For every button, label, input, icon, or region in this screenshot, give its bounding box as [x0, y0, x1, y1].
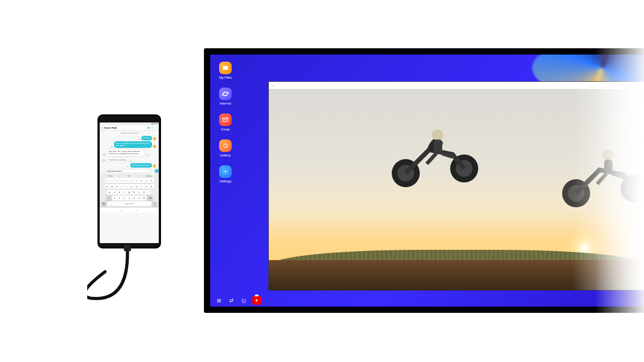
key[interactable]: 2: [110, 178, 114, 183]
app-email[interactable]: Email: [216, 114, 234, 131]
key[interactable]: t: [125, 184, 129, 189]
taskbar-back-icon[interactable]: ◱: [240, 296, 248, 304]
suggestion[interactable]: the: [120, 175, 139, 177]
key[interactable]: 6: [130, 178, 134, 183]
app-internet[interactable]: Internet: [216, 88, 234, 105]
video-fade-overlay: [572, 89, 644, 290]
key[interactable]: z: [112, 195, 117, 201]
key[interactable]: r: [120, 184, 124, 189]
keyboard-row: 1234567890: [101, 178, 158, 183]
taskbar-apps-icon[interactable]: ⊞: [215, 296, 223, 304]
emoji-icon[interactable]: ☺: [148, 170, 150, 173]
key[interactable]: j: [137, 189, 141, 195]
key[interactable]: 1: [105, 178, 110, 183]
key[interactable]: c: [122, 195, 127, 201]
key[interactable]: 3: [115, 178, 119, 183]
svg-rect-10: [434, 139, 442, 153]
key[interactable]: ,: [107, 201, 112, 206]
nav-back-icon[interactable]: ↩: [136, 209, 137, 212]
key[interactable]: k: [142, 189, 146, 195]
message-bubble[interactable]: maybe next monday: [106, 157, 128, 163]
key[interactable]: 7: [135, 178, 139, 183]
message-bubble[interactable]: Ok that sounds great!: [130, 163, 152, 168]
contact-name: Kevin Park: [104, 126, 145, 129]
keyboard-row: asdfghjkl: [101, 189, 158, 195]
send-button[interactable]: ➤: [155, 169, 159, 173]
svg-rect-0: [124, 245, 131, 251]
key[interactable]: .: [147, 201, 151, 206]
key[interactable]: 9: [144, 178, 149, 183]
key[interactable]: n: [137, 195, 141, 201]
motocross-rider-1: [382, 117, 485, 192]
suggestion[interactable]: hearing: [139, 175, 158, 177]
key[interactable]: h: [132, 189, 136, 195]
app-gallery[interactable]: Gallery: [216, 139, 234, 157]
shift-key[interactable]: ⇧: [106, 195, 112, 201]
app-label: Settings: [219, 179, 231, 183]
app-label: Gallery: [220, 153, 231, 157]
nav-recent-icon[interactable]: ⎌: [106, 209, 108, 212]
message-row: Hey man. Yes I have, they confirmed that…: [100, 148, 159, 157]
app-settings[interactable]: Settings: [216, 165, 234, 183]
app-label: My Files: [219, 76, 232, 80]
message-row: maybe next monday 11:41: [100, 157, 159, 163]
window-back-icon[interactable]: ←: [271, 83, 275, 88]
key[interactable]: y: [130, 184, 134, 189]
nav-home-icon[interactable]: ◻: [121, 209, 123, 212]
taskbar-youtube-icon[interactable]: [252, 296, 261, 305]
gear-icon: [219, 165, 232, 178]
avatar: [102, 159, 106, 162]
key[interactable]: b: [132, 195, 136, 201]
phone-device: ▲ ▮ 12:45 ❮ Kevin Park ☎ ⚲ ⋮ Friday, Jun…: [98, 115, 160, 248]
message-row: 11:30 Hi Kevin: [100, 135, 159, 141]
nav-keyboard-down-icon[interactable]: ⌄: [150, 209, 152, 212]
key[interactable]: g: [127, 189, 131, 195]
keyboard-suggestions: seeing the hearing: [101, 175, 158, 178]
key[interactable]: x: [117, 195, 122, 201]
message-bubble[interactable]: Hey man. Yes I have, they confirmed that…: [106, 149, 144, 156]
backspace-key[interactable]: ⌫: [147, 195, 153, 201]
video-window[interactable]: ←: [268, 81, 644, 290]
key[interactable]: q: [105, 184, 110, 189]
symbols-key[interactable]: !#1: [101, 201, 107, 206]
message-time: 11:31: [110, 146, 113, 148]
taskbar-recents-icon[interactable]: ⇄: [227, 296, 235, 304]
svg-point-9: [432, 129, 443, 140]
key[interactable]: e: [115, 184, 119, 189]
key[interactable]: f: [122, 189, 127, 195]
key[interactable]: 5: [125, 178, 129, 183]
app-my-files[interactable]: My Files: [216, 62, 234, 80]
key[interactable]: 0: [149, 178, 154, 183]
key[interactable]: s: [112, 189, 117, 195]
key[interactable]: 8: [140, 178, 144, 183]
key[interactable]: v: [127, 195, 131, 201]
dex-desktop[interactable]: My Files Internet Email Gallery Settings: [210, 55, 644, 307]
envelope-icon: [219, 114, 232, 126]
key[interactable]: 4: [120, 178, 124, 183]
more-icon[interactable]: ⋮: [155, 126, 157, 129]
compose-input[interactable]: [106, 169, 148, 173]
key[interactable]: u: [135, 184, 139, 189]
key[interactable]: p: [149, 184, 154, 189]
key[interactable]: i: [140, 184, 144, 189]
key[interactable]: d: [117, 189, 122, 195]
key[interactable]: m: [142, 195, 146, 201]
search-icon[interactable]: ⚲: [152, 126, 153, 129]
keyboard-row: !#1,English (US).↵: [101, 201, 158, 206]
enter-key[interactable]: ↵: [152, 201, 158, 206]
status-battery-icon: ▮: [153, 123, 153, 125]
call-icon[interactable]: ☎: [147, 126, 150, 129]
message-bubble[interactable]: Have you talked to your marketing team l…: [114, 141, 152, 148]
suggestion[interactable]: seeing: [101, 175, 120, 177]
key[interactable]: a: [107, 189, 112, 195]
external-monitor: My Files Internet Email Gallery Settings: [204, 48, 644, 313]
attach-icon[interactable]: +: [103, 170, 105, 173]
message-bubble[interactable]: Hi Kevin: [141, 136, 152, 140]
space-key[interactable]: English (US): [112, 201, 146, 206]
window-titlebar[interactable]: ←: [269, 82, 644, 89]
back-icon[interactable]: ❮: [101, 126, 103, 129]
video-content[interactable]: [269, 89, 644, 290]
key[interactable]: o: [144, 184, 149, 189]
key[interactable]: l: [147, 189, 151, 195]
key[interactable]: w: [110, 184, 114, 189]
